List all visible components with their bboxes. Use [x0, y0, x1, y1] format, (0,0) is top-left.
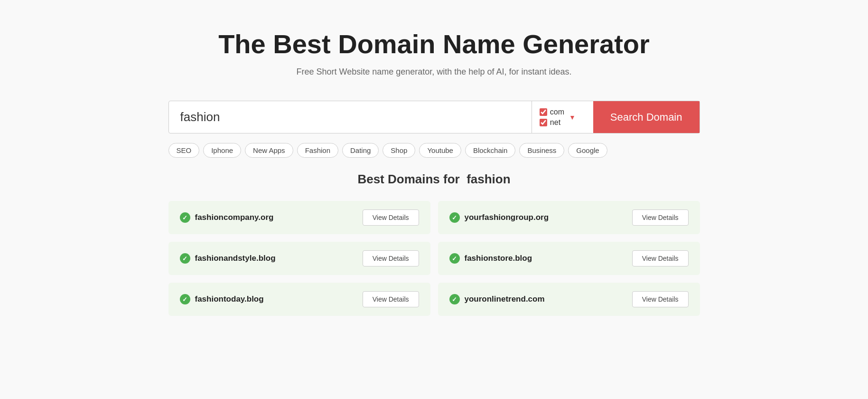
tld-checkboxes: com net [540, 108, 564, 127]
tag-item[interactable]: Business [519, 143, 564, 158]
domain-left: youronlinetrend.com [449, 294, 545, 304]
results-keyword: fashion [467, 172, 510, 186]
domain-card: youronlinetrend.comView Details [438, 283, 700, 316]
page-header: The Best Domain Name Generator Free Shor… [168, 28, 700, 77]
view-details-button[interactable]: View Details [632, 209, 689, 226]
tag-item[interactable]: SEO [168, 143, 200, 158]
domain-card: fashionstore.blogView Details [438, 242, 700, 275]
dropdown-arrow-icon[interactable]: ▼ [569, 114, 576, 121]
page-subtitle: Free Short Website name generator, with … [168, 67, 700, 77]
tag-item[interactable]: Iphone [203, 143, 241, 158]
view-details-button[interactable]: View Details [363, 209, 419, 226]
tld-net-label: net [550, 118, 560, 127]
domain-name: fashioncompany.org [195, 213, 274, 222]
available-check-icon [449, 253, 460, 264]
search-input[interactable] [169, 101, 532, 133]
search-domain-button[interactable]: Search Domain [593, 101, 700, 133]
tag-item[interactable]: Fashion [297, 143, 338, 158]
view-details-button[interactable]: View Details [363, 250, 419, 266]
tag-item[interactable]: Dating [342, 143, 379, 158]
tld-net-checkbox[interactable] [540, 119, 547, 126]
domain-left: fashionstore.blog [449, 253, 532, 264]
domain-name: youronlinetrend.com [465, 294, 545, 304]
tag-item[interactable]: Youtube [419, 143, 461, 158]
tld-com-label: com [550, 108, 564, 116]
domain-card: yourfashiongroup.orgView Details [438, 201, 700, 234]
tag-item[interactable]: Blockchain [465, 143, 516, 158]
domain-left: fashiontoday.blog [180, 294, 264, 304]
tld-selector: com net ▼ [532, 101, 593, 133]
page-title: The Best Domain Name Generator [168, 28, 700, 59]
view-details-button[interactable]: View Details [363, 291, 419, 307]
tags-row: SEOIphoneNew AppsFashionDatingShopYoutub… [168, 143, 700, 158]
domain-left: yourfashiongroup.org [449, 212, 549, 223]
tag-item[interactable]: Shop [383, 143, 415, 158]
available-check-icon [180, 294, 190, 304]
available-check-icon [180, 212, 190, 223]
search-section: com net ▼ Search Domain [168, 101, 700, 133]
tld-com-checkbox[interactable] [540, 108, 547, 116]
view-details-button[interactable]: View Details [632, 291, 689, 307]
tld-com-item[interactable]: com [540, 108, 564, 116]
available-check-icon [449, 294, 460, 304]
available-check-icon [180, 253, 190, 264]
domain-left: fashionandstyle.blog [180, 253, 276, 264]
domain-card: fashiontoday.blogView Details [168, 283, 430, 316]
tag-item[interactable]: Google [568, 143, 607, 158]
tag-item[interactable]: New Apps [245, 143, 293, 158]
available-check-icon [449, 212, 460, 223]
domain-name: fashionandstyle.blog [195, 254, 276, 263]
domain-name: yourfashiongroup.org [465, 213, 549, 222]
domain-card: fashioncompany.orgView Details [168, 201, 430, 234]
domain-left: fashioncompany.org [180, 212, 274, 223]
results-title: Best Domains for fashion [168, 172, 700, 187]
tld-net-item[interactable]: net [540, 118, 564, 127]
domain-card: fashionandstyle.blogView Details [168, 242, 430, 275]
domain-name: fashionstore.blog [465, 254, 532, 263]
results-prefix: Best Domains for [357, 172, 459, 186]
view-details-button[interactable]: View Details [632, 250, 689, 266]
domain-name: fashiontoday.blog [195, 294, 264, 304]
domains-grid: fashioncompany.orgView Detailsyourfashio… [168, 201, 700, 316]
search-bar: com net ▼ Search Domain [168, 101, 700, 133]
